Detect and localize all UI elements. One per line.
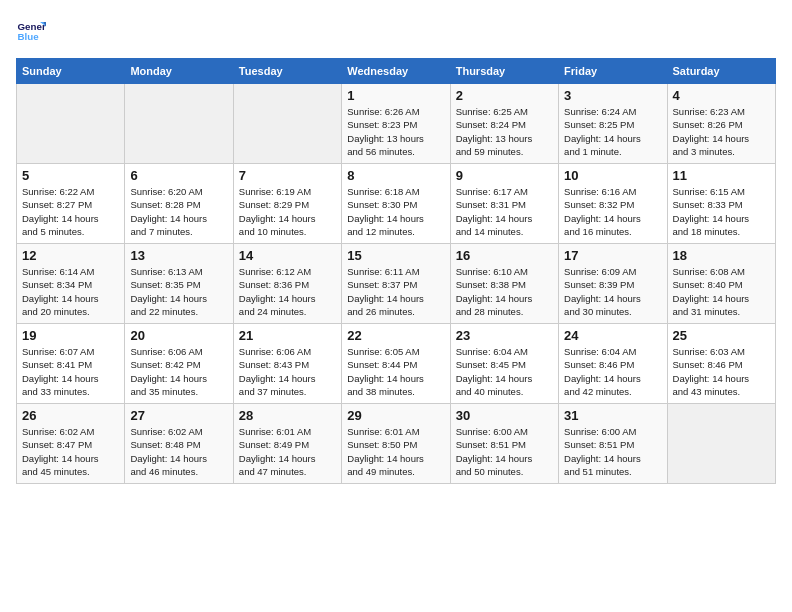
weekday-header-friday: Friday <box>559 59 667 84</box>
weekday-header-wednesday: Wednesday <box>342 59 450 84</box>
calendar-day: 16Sunrise: 6:10 AM Sunset: 8:38 PM Dayli… <box>450 244 558 324</box>
day-info: Sunrise: 6:18 AM Sunset: 8:30 PM Dayligh… <box>347 185 444 238</box>
day-info: Sunrise: 6:20 AM Sunset: 8:28 PM Dayligh… <box>130 185 227 238</box>
day-info: Sunrise: 6:12 AM Sunset: 8:36 PM Dayligh… <box>239 265 336 318</box>
calendar-week-3: 12Sunrise: 6:14 AM Sunset: 8:34 PM Dayli… <box>17 244 776 324</box>
calendar-day <box>667 404 775 484</box>
day-number: 28 <box>239 408 336 423</box>
day-number: 10 <box>564 168 661 183</box>
day-info: Sunrise: 6:05 AM Sunset: 8:44 PM Dayligh… <box>347 345 444 398</box>
calendar-day: 21Sunrise: 6:06 AM Sunset: 8:43 PM Dayli… <box>233 324 341 404</box>
calendar-day: 31Sunrise: 6:00 AM Sunset: 8:51 PM Dayli… <box>559 404 667 484</box>
day-info: Sunrise: 6:11 AM Sunset: 8:37 PM Dayligh… <box>347 265 444 318</box>
day-number: 8 <box>347 168 444 183</box>
page-header: General Blue <box>16 16 776 46</box>
calendar-week-2: 5Sunrise: 6:22 AM Sunset: 8:27 PM Daylig… <box>17 164 776 244</box>
day-info: Sunrise: 6:03 AM Sunset: 8:46 PM Dayligh… <box>673 345 770 398</box>
calendar-week-5: 26Sunrise: 6:02 AM Sunset: 8:47 PM Dayli… <box>17 404 776 484</box>
calendar-day: 9Sunrise: 6:17 AM Sunset: 8:31 PM Daylig… <box>450 164 558 244</box>
calendar-week-4: 19Sunrise: 6:07 AM Sunset: 8:41 PM Dayli… <box>17 324 776 404</box>
day-info: Sunrise: 6:26 AM Sunset: 8:23 PM Dayligh… <box>347 105 444 158</box>
day-number: 7 <box>239 168 336 183</box>
calendar-day <box>17 84 125 164</box>
calendar-day: 26Sunrise: 6:02 AM Sunset: 8:47 PM Dayli… <box>17 404 125 484</box>
day-number: 16 <box>456 248 553 263</box>
day-number: 30 <box>456 408 553 423</box>
day-info: Sunrise: 6:02 AM Sunset: 8:48 PM Dayligh… <box>130 425 227 478</box>
day-number: 3 <box>564 88 661 103</box>
day-number: 9 <box>456 168 553 183</box>
day-info: Sunrise: 6:06 AM Sunset: 8:43 PM Dayligh… <box>239 345 336 398</box>
calendar-day: 23Sunrise: 6:04 AM Sunset: 8:45 PM Dayli… <box>450 324 558 404</box>
day-info: Sunrise: 6:24 AM Sunset: 8:25 PM Dayligh… <box>564 105 661 158</box>
day-info: Sunrise: 6:04 AM Sunset: 8:46 PM Dayligh… <box>564 345 661 398</box>
calendar-day: 28Sunrise: 6:01 AM Sunset: 8:49 PM Dayli… <box>233 404 341 484</box>
day-info: Sunrise: 6:25 AM Sunset: 8:24 PM Dayligh… <box>456 105 553 158</box>
calendar-day: 24Sunrise: 6:04 AM Sunset: 8:46 PM Dayli… <box>559 324 667 404</box>
weekday-header-thursday: Thursday <box>450 59 558 84</box>
day-info: Sunrise: 6:00 AM Sunset: 8:51 PM Dayligh… <box>564 425 661 478</box>
day-info: Sunrise: 6:10 AM Sunset: 8:38 PM Dayligh… <box>456 265 553 318</box>
day-number: 5 <box>22 168 119 183</box>
calendar-day: 14Sunrise: 6:12 AM Sunset: 8:36 PM Dayli… <box>233 244 341 324</box>
weekday-header-monday: Monday <box>125 59 233 84</box>
calendar-day: 11Sunrise: 6:15 AM Sunset: 8:33 PM Dayli… <box>667 164 775 244</box>
logo-icon: General Blue <box>16 16 46 46</box>
day-info: Sunrise: 6:15 AM Sunset: 8:33 PM Dayligh… <box>673 185 770 238</box>
calendar-day: 27Sunrise: 6:02 AM Sunset: 8:48 PM Dayli… <box>125 404 233 484</box>
day-number: 31 <box>564 408 661 423</box>
day-number: 25 <box>673 328 770 343</box>
day-info: Sunrise: 6:13 AM Sunset: 8:35 PM Dayligh… <box>130 265 227 318</box>
calendar-day: 1Sunrise: 6:26 AM Sunset: 8:23 PM Daylig… <box>342 84 450 164</box>
day-info: Sunrise: 6:23 AM Sunset: 8:26 PM Dayligh… <box>673 105 770 158</box>
calendar-day: 25Sunrise: 6:03 AM Sunset: 8:46 PM Dayli… <box>667 324 775 404</box>
day-number: 24 <box>564 328 661 343</box>
day-number: 15 <box>347 248 444 263</box>
calendar-day: 8Sunrise: 6:18 AM Sunset: 8:30 PM Daylig… <box>342 164 450 244</box>
day-number: 20 <box>130 328 227 343</box>
weekday-header-saturday: Saturday <box>667 59 775 84</box>
day-number: 21 <box>239 328 336 343</box>
day-info: Sunrise: 6:00 AM Sunset: 8:51 PM Dayligh… <box>456 425 553 478</box>
day-info: Sunrise: 6:09 AM Sunset: 8:39 PM Dayligh… <box>564 265 661 318</box>
day-number: 22 <box>347 328 444 343</box>
day-number: 27 <box>130 408 227 423</box>
day-number: 19 <box>22 328 119 343</box>
day-info: Sunrise: 6:01 AM Sunset: 8:50 PM Dayligh… <box>347 425 444 478</box>
day-number: 29 <box>347 408 444 423</box>
day-number: 23 <box>456 328 553 343</box>
day-info: Sunrise: 6:16 AM Sunset: 8:32 PM Dayligh… <box>564 185 661 238</box>
calendar-day: 7Sunrise: 6:19 AM Sunset: 8:29 PM Daylig… <box>233 164 341 244</box>
day-number: 26 <box>22 408 119 423</box>
calendar-day: 10Sunrise: 6:16 AM Sunset: 8:32 PM Dayli… <box>559 164 667 244</box>
day-number: 17 <box>564 248 661 263</box>
day-number: 4 <box>673 88 770 103</box>
calendar-day: 17Sunrise: 6:09 AM Sunset: 8:39 PM Dayli… <box>559 244 667 324</box>
calendar-day: 6Sunrise: 6:20 AM Sunset: 8:28 PM Daylig… <box>125 164 233 244</box>
calendar-day: 15Sunrise: 6:11 AM Sunset: 8:37 PM Dayli… <box>342 244 450 324</box>
calendar-day: 2Sunrise: 6:25 AM Sunset: 8:24 PM Daylig… <box>450 84 558 164</box>
calendar-day: 13Sunrise: 6:13 AM Sunset: 8:35 PM Dayli… <box>125 244 233 324</box>
day-number: 1 <box>347 88 444 103</box>
day-number: 13 <box>130 248 227 263</box>
day-info: Sunrise: 6:14 AM Sunset: 8:34 PM Dayligh… <box>22 265 119 318</box>
calendar-day: 20Sunrise: 6:06 AM Sunset: 8:42 PM Dayli… <box>125 324 233 404</box>
day-info: Sunrise: 6:22 AM Sunset: 8:27 PM Dayligh… <box>22 185 119 238</box>
weekday-header-tuesday: Tuesday <box>233 59 341 84</box>
day-number: 14 <box>239 248 336 263</box>
day-info: Sunrise: 6:08 AM Sunset: 8:40 PM Dayligh… <box>673 265 770 318</box>
day-info: Sunrise: 6:01 AM Sunset: 8:49 PM Dayligh… <box>239 425 336 478</box>
day-number: 18 <box>673 248 770 263</box>
day-number: 11 <box>673 168 770 183</box>
calendar-day: 4Sunrise: 6:23 AM Sunset: 8:26 PM Daylig… <box>667 84 775 164</box>
calendar-day: 30Sunrise: 6:00 AM Sunset: 8:51 PM Dayli… <box>450 404 558 484</box>
day-number: 12 <box>22 248 119 263</box>
day-info: Sunrise: 6:17 AM Sunset: 8:31 PM Dayligh… <box>456 185 553 238</box>
calendar-day: 5Sunrise: 6:22 AM Sunset: 8:27 PM Daylig… <box>17 164 125 244</box>
day-info: Sunrise: 6:06 AM Sunset: 8:42 PM Dayligh… <box>130 345 227 398</box>
day-number: 6 <box>130 168 227 183</box>
calendar-day <box>125 84 233 164</box>
day-info: Sunrise: 6:04 AM Sunset: 8:45 PM Dayligh… <box>456 345 553 398</box>
calendar-day: 22Sunrise: 6:05 AM Sunset: 8:44 PM Dayli… <box>342 324 450 404</box>
day-info: Sunrise: 6:07 AM Sunset: 8:41 PM Dayligh… <box>22 345 119 398</box>
